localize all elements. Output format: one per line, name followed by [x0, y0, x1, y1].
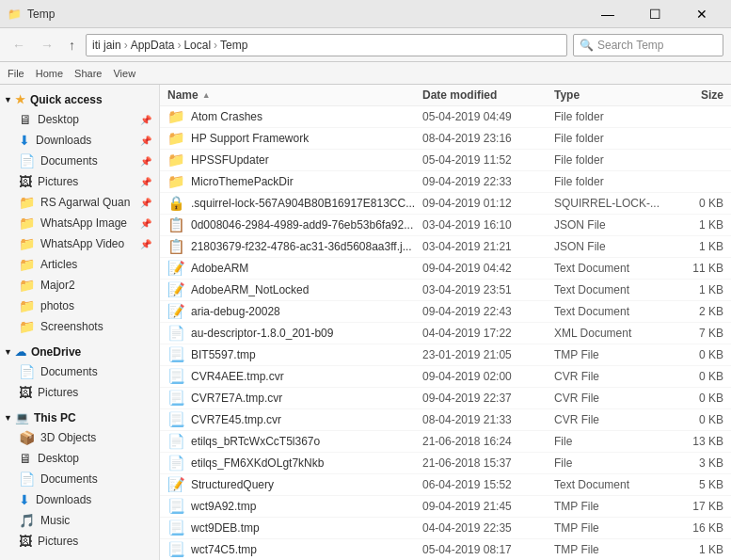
sidebar-item-pc-pictures[interactable]: 🖼 Pictures [0, 531, 159, 552]
file-name: wct74C5.tmp [191, 543, 422, 556]
table-row[interactable]: 📝 AdobeARM_NotLocked 03-04-2019 23:51 Te… [160, 280, 731, 301]
table-row[interactable]: 📁 HP Support Framework 08-04-2019 23:16 … [160, 128, 731, 150]
file-type-icon: 📝 [167, 303, 185, 320]
sidebar-item-desktop[interactable]: 🖥 Desktop 📌 [0, 109, 159, 130]
forward-button[interactable]: → [36, 36, 58, 55]
minimize-button[interactable]: — [586, 0, 629, 28]
ribbon-home[interactable]: Home [36, 68, 63, 79]
3dobjects-icon: 📦 [19, 430, 35, 445]
sidebar-item-label: Downloads [36, 493, 91, 506]
breadcrumb[interactable]: iti jain › AppData › Local › Temp [86, 34, 567, 56]
sidebar-item-rs-agarwal[interactable]: 📁 RS Agarwal Quan 📌 [0, 192, 159, 213]
sidebar-item-label: Articles [40, 258, 77, 271]
sidebar-item-3dobjects[interactable]: 📦 3D Objects [0, 427, 159, 448]
table-row[interactable]: 📄 au-descriptor-1.8.0_201-b09 04-04-2019… [160, 323, 731, 344]
sidebar: ▼ ★ Quick access 🖥 Desktop 📌 ⬇ Downloads… [0, 85, 160, 560]
column-size[interactable]: Size [667, 88, 723, 102]
folder-icon: 📁 [19, 298, 35, 313]
file-date: 04-04-2019 22:35 [422, 521, 554, 535]
back-button[interactable]: ← [8, 36, 30, 55]
column-name[interactable]: Name ▲ [167, 88, 422, 102]
file-date: 03-04-2019 23:51 [422, 283, 554, 296]
sidebar-item-major2[interactable]: 📁 Major2 [0, 275, 159, 296]
pictures-icon: 🖼 [19, 385, 32, 400]
file-name: MicroThemePackDir [191, 175, 422, 188]
table-row[interactable]: 📝 AdobeARM 09-04-2019 04:42 Text Documen… [160, 258, 731, 280]
ribbon-file[interactable]: File [8, 68, 24, 79]
pin-icon: 📌 [140, 156, 151, 167]
table-row[interactable]: 📁 Atom Crashes 05-04-2019 04:49 File fol… [160, 106, 731, 128]
table-row[interactable]: 📃 wct74C5.tmp 05-04-2019 08:17 TMP File … [160, 539, 731, 560]
table-row[interactable]: 📃 CVR4AEE.tmp.cvr 09-04-2019 02:00 CVR F… [160, 366, 731, 388]
file-type-icon: 📝 [167, 260, 185, 277]
sidebar-item-label: Desktop [38, 452, 79, 465]
sidebar-item-label: 3D Objects [40, 431, 96, 444]
table-row[interactable]: 📃 wct9DEB.tmp 04-04-2019 22:35 TMP File … [160, 518, 731, 539]
maximize-button[interactable]: ☐ [633, 0, 676, 28]
file-type-icon: 📄 [167, 455, 185, 472]
ribbon-share[interactable]: Share [74, 68, 102, 79]
column-type[interactable]: Type [554, 88, 667, 102]
close-button[interactable]: ✕ [680, 0, 723, 28]
column-date-modified[interactable]: Date modified [422, 88, 554, 102]
file-name: CVR7E45.tmp.cvr [191, 413, 422, 426]
table-row[interactable]: 📋 21803679-f232-4786-ac31-36d5608aa3ff.j… [160, 236, 731, 258]
pictures-icon: 🖼 [19, 174, 32, 189]
sidebar-item-pc-downloads[interactable]: ⬇ Downloads [0, 489, 159, 510]
sidebar-item-screenshots[interactable]: 📁 Screenshots [0, 316, 159, 337]
sidebar-item-pc-documents[interactable]: 📄 Documents [0, 469, 159, 489]
table-row[interactable]: 📁 HPSSFUpdater 05-04-2019 11:52 File fol… [160, 150, 731, 171]
sidebar-group-onedrive[interactable]: ▼ ☁ OneDrive [0, 341, 159, 361]
file-type-icon: 📝 [167, 476, 185, 493]
search-box[interactable]: 🔍 Search Temp [573, 34, 723, 56]
file-type-icon: 📃 [167, 368, 185, 385]
table-row[interactable]: 📃 CVR7E45.tmp.cvr 08-04-2019 21:33 CVR F… [160, 409, 731, 431]
table-row[interactable]: 📋 0d008046-2984-4989-add9-76eb53b6fa92..… [160, 215, 731, 236]
pin-icon: 📌 [140, 218, 151, 229]
file-size: 2 KB [667, 305, 723, 318]
table-row[interactable]: 📝 aria-debug-20028 09-04-2019 22:43 Text… [160, 301, 731, 323]
table-row[interactable]: 📄 etilqs_FM6XKdOLgt7kNkb 21-06-2018 15:3… [160, 453, 731, 474]
sidebar-item-label: Pictures [38, 175, 78, 188]
file-date: 06-04-2019 15:52 [422, 478, 554, 491]
file-size: 7 KB [667, 327, 723, 340]
sidebar-item-od-documents[interactable]: 📄 Documents [0, 361, 159, 382]
sidebar-item-pc-music[interactable]: 🎵 Music [0, 510, 159, 531]
sidebar-item-label: Desktop [38, 113, 79, 126]
file-size: 3 KB [667, 456, 723, 470]
table-row[interactable]: 📝 StructuredQuery 06-04-2019 15:52 Text … [160, 474, 731, 496]
title-bar: 📁 Temp — ☐ ✕ [0, 0, 731, 28]
sidebar-group-thispc[interactable]: ▼ 💻 This PC [0, 407, 159, 427]
table-row[interactable]: 📃 wct9A92.tmp 09-04-2019 21:45 TMP File … [160, 496, 731, 518]
file-size: 1 KB [667, 240, 723, 253]
sidebar-item-od-pictures[interactable]: 🖼 Pictures [0, 382, 159, 403]
file-size: 0 KB [667, 348, 723, 361]
sidebar-item-downloads[interactable]: ⬇ Downloads 📌 [0, 130, 159, 151]
sidebar-item-label: Downloads [36, 134, 91, 147]
sidebar-item-whatsapp-video[interactable]: 📁 WhatsApp Video 📌 [0, 233, 159, 254]
sidebar-item-whatsapp-image[interactable]: 📁 WhatsApp Image 📌 [0, 213, 159, 233]
folder-icon: 📁 [19, 257, 35, 272]
ribbon-view[interactable]: View [113, 68, 135, 79]
file-type-text: File [554, 435, 667, 448]
file-type-icon: 📄 [167, 433, 185, 450]
file-date: 23-01-2019 21:05 [422, 348, 554, 361]
sidebar-item-pc-desktop[interactable]: 🖥 Desktop [0, 448, 159, 469]
up-button[interactable]: ↑ [64, 36, 80, 55]
file-type-text: JSON File [554, 218, 667, 232]
table-row[interactable]: 🔒 .squirrel-lock-567A904B80B16917E813CC.… [160, 193, 731, 215]
file-type-text: XML Document [554, 327, 667, 340]
table-row[interactable]: 📄 etilqs_bRTcWxCcT5l367o 21-06-2018 16:2… [160, 431, 731, 453]
table-row[interactable]: 📃 CVR7E7A.tmp.cvr 09-04-2019 22:37 CVR F… [160, 388, 731, 409]
table-row[interactable]: 📁 MicroThemePackDir 09-04-2019 22:33 Fil… [160, 171, 731, 193]
sidebar-item-documents[interactable]: 📄 Documents 📌 [0, 151, 159, 171]
sidebar-item-articles[interactable]: 📁 Articles [0, 254, 159, 275]
file-date: 03-04-2019 16:10 [422, 218, 554, 232]
sidebar-item-photos[interactable]: 📁 photos [0, 296, 159, 316]
sidebar-item-pictures[interactable]: 🖼 Pictures 📌 [0, 171, 159, 192]
sidebar-item-label: Pictures [38, 535, 78, 548]
sidebar-item-label: Pictures [38, 386, 78, 399]
sidebar-group-quick-access[interactable]: ▼ ★ Quick access [0, 88, 159, 109]
table-row[interactable]: 📃 BIT5597.tmp 23-01-2019 21:05 TMP File … [160, 344, 731, 366]
pin-icon: 📌 [140, 239, 151, 249]
